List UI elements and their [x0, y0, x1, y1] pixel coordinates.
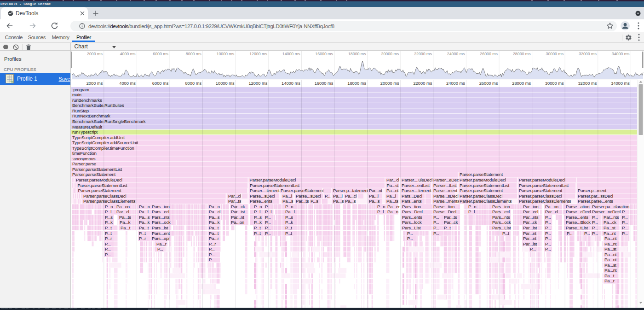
svg-text:Pa...nt: Pa...nt	[604, 252, 617, 257]
svg-text:Par...ion: Par...ion	[523, 204, 538, 209]
svg-text:Pa...r: Pa...r	[156, 241, 167, 246]
svg-text:Parse...ment: Parse...ment	[433, 188, 458, 193]
svg-text:6000 ms: 6000 ms	[153, 52, 168, 56]
svg-text:Parser.parseStatementList: Parser.parseStatementList	[519, 183, 569, 188]
svg-text:Parser.par...ssDecl: Parser.par...ssDecl	[578, 193, 613, 199]
svg-text:runBenchmarks: runBenchmarks	[72, 98, 102, 103]
svg-text:P...: P...	[622, 231, 627, 236]
svg-text::program: :program	[72, 87, 89, 92]
svg-text:2000 ms: 2000 ms	[86, 81, 103, 86]
svg-text:P...l: P...l	[105, 209, 111, 214]
svg-text:P...t: P...t	[105, 225, 112, 230]
svg-text:16000 ms: 16000 ms	[315, 81, 334, 86]
svg-text:TypeScriptCompiler.addUnit: TypeScriptCompiler.addUnit	[72, 135, 125, 140]
svg-text:P...: P...	[105, 246, 110, 252]
svg-text:BenchmarkSuite.RunSuites: BenchmarkSuite.RunSuites	[72, 103, 124, 108]
svg-text:Parser...entList: Parser...entList	[402, 183, 430, 188]
svg-text:Pa...st: Pa...st	[387, 183, 399, 188]
svg-text:Pa...t: Pa...t	[121, 225, 131, 230]
svg-text:Parser.parseModuleDecl: Parser.parseModuleDecl	[250, 177, 296, 182]
svg-text:Pa...ts: Pa...ts	[386, 199, 398, 204]
svg-text:Pars...ents: Pars...ents	[402, 199, 422, 204]
svg-text:Pa...ts: Pa...ts	[119, 215, 131, 220]
svg-text:Par...ck: Par...ck	[231, 204, 245, 209]
svg-text:P...: P...	[545, 241, 551, 246]
svg-text:Parse...ents: Parse...ents	[566, 215, 588, 220]
svg-text:Parser.parse...ents: Parser.parse...ents	[578, 199, 613, 204]
svg-text:Pars...List: Pars...List	[492, 225, 511, 230]
svg-text:10000 ms: 10000 ms	[217, 52, 235, 56]
svg-text:P...: P...	[567, 231, 572, 236]
svg-text:P...: P...	[545, 225, 551, 230]
svg-text:Parser.p...ment: Parser.p...ment	[578, 188, 607, 193]
svg-text:Parse...ents: Parse...ents	[250, 199, 272, 204]
svg-text:Parser....tement: Parser....tement	[250, 188, 280, 193]
svg-text:6000 ms: 6000 ms	[152, 81, 169, 86]
svg-text:Parser....uleDecl: Parser....uleDecl	[402, 177, 432, 182]
svg-text:P...l: P...l	[254, 209, 260, 214]
svg-text:Parser.parseClassElements: Parser.parseClassElements	[519, 199, 571, 204]
svg-text:Par...cl: Par...cl	[545, 209, 558, 214]
svg-text:Pa...l: Pa...l	[369, 193, 379, 199]
svg-text:Pa...er: Pa...er	[387, 204, 400, 209]
svg-text:P...: P...	[433, 225, 439, 230]
svg-text:Par...ecl: Par...ecl	[523, 209, 538, 214]
svg-text:Parser.parseClassDecl: Parser.parseClassDecl	[519, 193, 562, 199]
svg-text:20000 ms: 20000 ms	[381, 52, 399, 56]
svg-text:P...r: P...r	[209, 241, 216, 246]
svg-text:Parse...tion: Parse...tion	[433, 204, 454, 209]
svg-text:Pa...st: Pa...st	[604, 263, 616, 268]
svg-text:Parser.parseModuleDecl: Parser.parseModuleDecl	[76, 177, 122, 182]
svg-text:Pa...nt: Pa...nt	[604, 241, 617, 246]
svg-text:Pa...l: Pa...l	[282, 193, 292, 199]
svg-text:RunNextBenchmark: RunNextBenchmark	[72, 113, 110, 118]
svg-text:30000 ms: 30000 ms	[545, 81, 564, 86]
svg-text:Pars...ock: Pars...ock	[152, 220, 171, 225]
svg-text:P...t: P...t	[139, 231, 146, 236]
svg-text:P...s: P...s	[254, 215, 262, 220]
svg-text:Parser.parseStatementList: Parser.parseStatementList	[72, 167, 122, 172]
svg-text:Par...nt: Par...nt	[523, 236, 536, 241]
svg-text:Parser.parseStatement: Parser.parseStatement	[72, 172, 115, 177]
svg-text:Pa...l: Pa...l	[285, 209, 295, 214]
svg-text:24000 ms: 24000 ms	[446, 81, 465, 86]
svg-text:Pars...nts: Pars...nts	[152, 215, 170, 220]
svg-text:28000 ms: 28000 ms	[513, 52, 531, 56]
svg-text:P...: P...	[209, 252, 214, 257]
svg-text:Pa...l: Pa...l	[386, 193, 396, 199]
svg-text:Parse...ments: Parse...ments	[433, 199, 460, 204]
svg-text:Par...nts: Par...nts	[604, 215, 619, 220]
svg-text:Pa...r: Pa...r	[209, 236, 219, 241]
svg-text:P...: P...	[622, 215, 627, 220]
svg-text:26000 ms: 26000 ms	[480, 52, 498, 56]
svg-text:Pa...nt: Pa...nt	[604, 236, 617, 241]
svg-text:Par...ts: Par...ts	[444, 215, 457, 220]
svg-text:P...: P...	[265, 225, 270, 230]
svg-text:8000 ms: 8000 ms	[186, 52, 201, 56]
svg-text:Parse...sDecl: Parse...sDecl	[296, 193, 321, 199]
svg-text:Pars...List: Pars...List	[402, 225, 421, 230]
svg-text:Pa...k: Pa...k	[209, 220, 220, 225]
svg-text:Pars...lock: Pars...lock	[402, 220, 422, 225]
svg-text:Pa...nt: Pa...nt	[604, 231, 616, 236]
svg-text:P...: P...	[433, 215, 439, 220]
svg-text:Par...ist: Par...ist	[523, 241, 537, 246]
svg-text:P...: P...	[545, 231, 551, 236]
svg-text:Par...cl: Par...cl	[116, 209, 129, 214]
svg-text:P...: P...	[545, 246, 551, 252]
svg-text:P...t: P...t	[105, 231, 112, 236]
svg-text:Parser.parseClassDecl: Parser.parseClassDecl	[83, 193, 126, 199]
svg-text:runTypescript: runTypescript	[72, 129, 98, 135]
svg-text:P...: P...	[105, 252, 110, 257]
svg-text:P...: P...	[622, 209, 627, 214]
svg-text:Parser.parseModuleDecl: Parser.parseModuleDecl	[519, 177, 565, 182]
svg-text:P...n: P...n	[254, 204, 262, 209]
svg-text:Parser.parse: Parser.parse	[72, 161, 96, 166]
svg-text:P...: P...	[592, 225, 598, 230]
svg-text:Pa...l: Pa...l	[139, 209, 149, 214]
svg-text:Pa...cl: Pa...cl	[209, 209, 220, 214]
svg-text:Pa...n: Pa...n	[139, 204, 150, 209]
svg-text:12000 ms: 12000 ms	[248, 81, 267, 86]
svg-text:Parse...sDecl: Parse...sDecl	[433, 193, 459, 199]
svg-text:Par...ist: Par...ist	[231, 209, 245, 214]
